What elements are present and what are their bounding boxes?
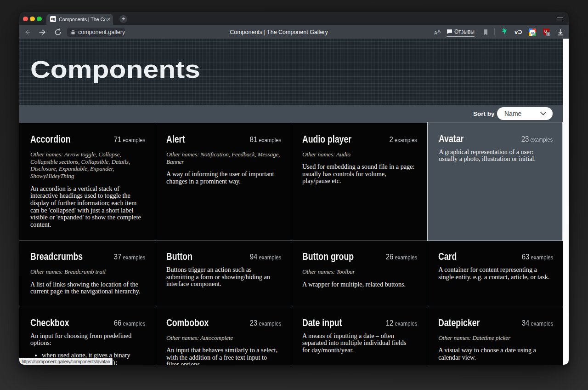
svg-text:A: A: [434, 30, 437, 35]
svg-text:1: 1: [548, 32, 550, 36]
svg-text:あ: あ: [437, 29, 441, 34]
